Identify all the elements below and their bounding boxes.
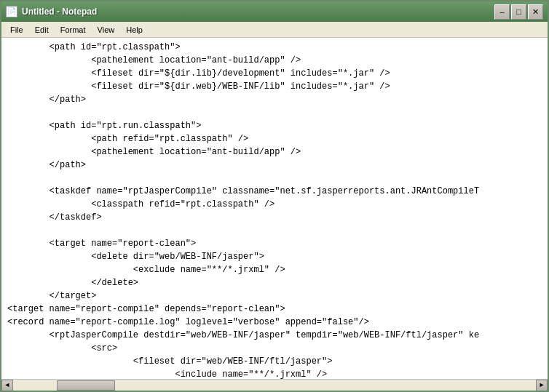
- menu-edit[interactable]: Edit: [29, 24, 55, 36]
- editor-area: <path id="rpt.classpath"> <pathelement l…: [1, 38, 548, 391]
- title-buttons: – □ ✕: [494, 4, 543, 20]
- scroll-right-button[interactable]: ►: [536, 380, 548, 391]
- menu-file[interactable]: File: [4, 24, 29, 36]
- app-icon: 📄: [6, 6, 17, 17]
- close-button[interactable]: ✕: [528, 4, 543, 20]
- menu-format[interactable]: Format: [55, 24, 92, 36]
- notepad-window: 📄 Untitled - Notepad – □ ✕ File Edit For…: [0, 0, 549, 392]
- code-editor[interactable]: <path id="rpt.classpath"> <pathelement l…: [1, 38, 548, 379]
- window-title: Untitled - Notepad: [22, 7, 97, 17]
- title-bar-left: 📄 Untitled - Notepad: [6, 6, 97, 17]
- scroll-track[interactable]: [13, 380, 536, 391]
- scroll-left-button[interactable]: ◄: [1, 380, 13, 391]
- scroll-thumb[interactable]: [57, 380, 115, 391]
- maximize-button[interactable]: □: [511, 4, 526, 20]
- menu-bar: File Edit Format View Help: [1, 22, 548, 38]
- minimize-button[interactable]: –: [494, 4, 510, 20]
- menu-help[interactable]: Help: [120, 24, 149, 36]
- horizontal-scrollbar: ◄ ►: [1, 379, 548, 391]
- menu-view[interactable]: View: [92, 24, 121, 36]
- title-bar: 📄 Untitled - Notepad – □ ✕: [1, 1, 548, 22]
